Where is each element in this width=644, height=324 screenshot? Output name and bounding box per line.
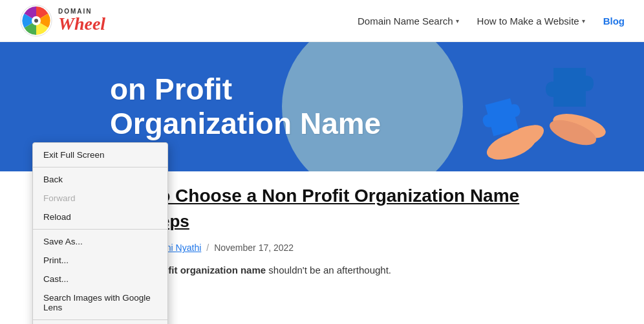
menu-cast[interactable]: Cast... [33, 270, 167, 288]
logo-text: DOMAIN Wheel [58, 8, 105, 33]
nav-domain-search[interactable]: Domain Name Search ▾ [358, 16, 459, 27]
logo[interactable]: DOMAIN Wheel [19, 4, 105, 38]
menu-print[interactable]: Print... [33, 251, 167, 270]
puzzle-svg [469, 55, 612, 165]
menu-separator [33, 229, 167, 230]
hero-title: on Profit Organization Name [110, 72, 381, 141]
svg-point-2 [34, 19, 38, 23]
context-menu: Exit Full Screen Back Forward Reload Sav… [32, 142, 168, 324]
nav-how-to[interactable]: How to Make a Website ▾ [477, 16, 585, 27]
hero-illustration [469, 55, 612, 165]
menu-separator [33, 167, 167, 167]
menu-save-as[interactable]: Save As... [33, 232, 167, 251]
article-date: November 17, 2022 [214, 243, 294, 253]
site-header: DOMAIN Wheel Domain Name Search ▾ How to… [0, 0, 644, 42]
menu-exit-fullscreen[interactable]: Exit Full Screen [33, 146, 167, 164]
main-nav: Domain Name Search ▾ How to Make a Websi… [358, 16, 625, 27]
article-meta: Qhubekani Nyathi / November 17, 2022 [110, 241, 625, 255]
article-subtitle: in 7 Steps [110, 211, 625, 232]
logo-icon [19, 4, 53, 38]
nav-blog-label: Blog [603, 16, 625, 27]
hero-title-line2: Organization Name [110, 107, 381, 141]
chevron-down-icon: ▾ [582, 17, 585, 25]
main-content: on Profit Organization Name [0, 42, 644, 278]
menu-reload[interactable]: Reload [33, 208, 167, 226]
menu-separator [33, 319, 167, 320]
chevron-down-icon: ▾ [456, 17, 459, 25]
article-intro: Your non profit organization name should… [110, 263, 625, 278]
menu-back[interactable]: Back [33, 170, 167, 189]
nav-blog[interactable]: Blog [603, 16, 625, 27]
menu-google-lens[interactable]: Search Images with Google Lens [33, 288, 167, 317]
hero-text: on Profit Organization Name [110, 72, 381, 141]
hero-title-line1: on Profit [110, 72, 381, 107]
meta-separator: / [206, 243, 209, 253]
nav-how-to-label: How to Make a Website [477, 16, 579, 27]
menu-forward: Forward [33, 189, 167, 208]
logo-wheel-text: Wheel [58, 15, 105, 33]
article-title: How to Choose a Non Profit Organization … [110, 184, 625, 208]
nav-domain-search-label: Domain Name Search [358, 16, 453, 27]
